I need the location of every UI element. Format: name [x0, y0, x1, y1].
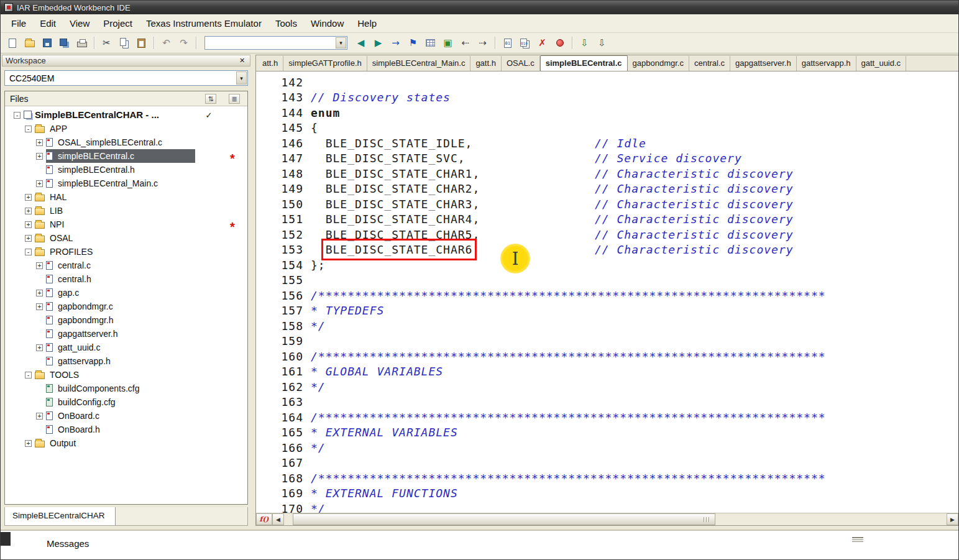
debug-without-downloading-button[interactable]: ⇩ [594, 35, 610, 51]
editor-tab-simplegattprofile-h[interactable]: simpleGATTprofile.h [283, 56, 367, 71]
menu-view[interactable]: View [63, 16, 96, 31]
function-navigator-button[interactable]: f() [256, 513, 272, 525]
expand-icon[interactable]: + [36, 290, 43, 296]
configuration-dropdown[interactable]: CC2540EM ▾ [4, 70, 248, 86]
chevron-down-icon[interactable]: ▾ [336, 37, 346, 48]
line-number[interactable]: 160 [256, 350, 303, 363]
close-icon[interactable]: ✕ [237, 56, 247, 65]
line-number[interactable]: 153 [256, 243, 303, 256]
expand-icon[interactable]: + [25, 235, 32, 242]
tree-item-osal[interactable]: +OSAL [5, 231, 247, 245]
editor-tab-osal-c[interactable]: OSAL.c [502, 56, 540, 71]
editor-tab-simpleblecentral-main-c[interactable]: simpleBLECentral_Main.c [367, 56, 471, 71]
find-combobox[interactable]: ▾ [204, 36, 347, 50]
menu-file[interactable]: File [4, 16, 33, 31]
line-number[interactable]: 163 [256, 395, 303, 408]
print-button[interactable] [74, 35, 89, 51]
line-number[interactable]: 164 [256, 411, 303, 424]
next-item-button[interactable]: ⇢ [475, 35, 490, 51]
workspace-panel-header[interactable]: Workspace ✕ [2, 55, 250, 67]
tree-item-profiles[interactable]: -PROFILES [5, 245, 247, 259]
menu-tools[interactable]: Tools [268, 16, 304, 31]
tree-item-lib[interactable]: +LIB [5, 204, 247, 218]
line-number[interactable]: 151 [256, 213, 303, 226]
menu-texas-instruments-emulator[interactable]: Texas Instruments Emulator [139, 16, 268, 31]
cut-button[interactable]: ✂ [99, 35, 114, 51]
menu-help[interactable]: Help [351, 16, 383, 31]
expand-icon[interactable]: + [25, 208, 32, 214]
hscroll-thumb[interactable] [293, 513, 715, 525]
scroll-right-icon[interactable]: ▶ [947, 513, 958, 525]
line-number[interactable]: 162 [256, 380, 303, 393]
line-number[interactable]: 156 [256, 289, 303, 302]
tree-item-output[interactable]: +Output [5, 436, 247, 450]
sort-files-icon[interactable]: ⇅ [205, 94, 216, 104]
tree-item-hal[interactable]: +HAL [5, 190, 247, 204]
line-number[interactable]: 170 [256, 502, 303, 513]
open-file-button[interactable] [22, 35, 37, 51]
line-number[interactable]: 142 [256, 76, 303, 89]
workspace-bottom-tab[interactable]: SimpleBLECentralCHAR [5, 507, 116, 525]
expand-icon[interactable]: + [36, 344, 43, 351]
tree-item-simpleblecentral-main-c[interactable]: +simpleBLECentral_Main.c [5, 177, 247, 190]
redo-button[interactable]: ↷ [176, 35, 191, 51]
line-number[interactable]: 165 [256, 426, 303, 439]
line-number[interactable]: 143 [256, 91, 303, 104]
save-all-button[interactable] [57, 35, 72, 51]
editor-tab-central-c[interactable]: central.c [689, 56, 730, 71]
collapse-icon[interactable]: - [25, 249, 32, 255]
compile-button[interactable] [500, 35, 515, 51]
collapse-icon[interactable]: - [25, 372, 32, 379]
collapse-icon[interactable]: - [14, 112, 21, 119]
tree-item-central-c[interactable]: +central.c [5, 259, 247, 272]
editor-tab-gapbondmgr-c[interactable]: gapbondmgr.c [628, 56, 689, 71]
tree-item-gapgattserver-h[interactable]: gapgattserver.h [5, 327, 247, 341]
tree-item-onboard-h[interactable]: OnBoard.h [5, 423, 247, 436]
line-number[interactable]: 166 [256, 441, 303, 454]
line-number[interactable]: 169 [256, 487, 303, 500]
line-number[interactable]: 145 [256, 121, 303, 134]
line-number[interactable]: 168 [256, 472, 303, 485]
chevron-down-icon[interactable]: ▾ [236, 71, 247, 85]
editor-tab-att-h[interactable]: att.h [257, 56, 283, 71]
make-target-button[interactable]: ▣ [440, 35, 456, 51]
previous-item-button[interactable]: ⇠ [457, 35, 473, 51]
line-number[interactable]: 148 [256, 167, 303, 180]
expand-icon[interactable]: + [36, 413, 43, 420]
line-number[interactable]: 149 [256, 182, 303, 195]
file-status-column-icon[interactable]: ≣ [229, 94, 240, 104]
line-number[interactable]: 146 [256, 137, 303, 150]
tree-item-npi[interactable]: +NPI* [5, 218, 247, 231]
editor-horizontal-scrollbar[interactable]: f() ◀ ▶ [256, 513, 958, 525]
line-number[interactable]: 157 [256, 304, 303, 317]
paste-button[interactable] [134, 35, 149, 51]
menu-edit[interactable]: Edit [33, 16, 63, 31]
copy-button[interactable] [116, 35, 132, 51]
editor-tab-gatt-uuid-c[interactable]: gatt_uuid.c [856, 56, 907, 71]
line-number[interactable]: 167 [256, 456, 303, 469]
tree-item-buildcomponents-cfg[interactable]: buildComponents.cfg [5, 382, 247, 395]
make-button[interactable] [517, 35, 533, 51]
tree-item-osal-simpleblecentral-c[interactable]: +OSAL_simpleBLECentral.c [5, 135, 247, 149]
tree-item-simpleblecentral-c[interactable]: +simpleBLECentral.c* [5, 149, 247, 163]
new-document-button[interactable] [4, 35, 20, 51]
tree-item-gattservapp-h[interactable]: gattservapp.h [5, 354, 247, 368]
tree-item-simpleblecentralchar[interactable]: -SimpleBLECentralCHAR - ...✓ [5, 108, 247, 122]
tree-item-gap-c[interactable]: +gap.c [5, 286, 247, 300]
goto-line-button[interactable]: → [388, 35, 403, 51]
editor-tab-gatt-h[interactable]: gatt.h [470, 56, 502, 71]
messages-panel-grip-icon[interactable] [852, 537, 863, 543]
editor-tab-gapgattserver-h[interactable]: gapgattserver.h [730, 56, 797, 71]
tree-item-gapbondmgr-h[interactable]: gapbondmgr.h [5, 313, 247, 327]
line-number[interactable]: 161 [256, 365, 303, 378]
navigate-forward-button[interactable]: ▶ [370, 35, 386, 51]
expand-icon[interactable]: + [25, 440, 32, 447]
menu-window[interactable]: Window [304, 16, 351, 31]
tree-item-tools[interactable]: -TOOLS [5, 368, 247, 382]
expand-icon[interactable]: + [25, 194, 32, 201]
tree-item-onboard-c[interactable]: +OnBoard.c [5, 409, 247, 423]
toggle-breakpoint-button[interactable] [552, 35, 567, 51]
line-number[interactable]: 155 [256, 273, 303, 287]
expand-icon[interactable]: + [36, 262, 43, 269]
line-number[interactable]: 152 [256, 228, 303, 241]
